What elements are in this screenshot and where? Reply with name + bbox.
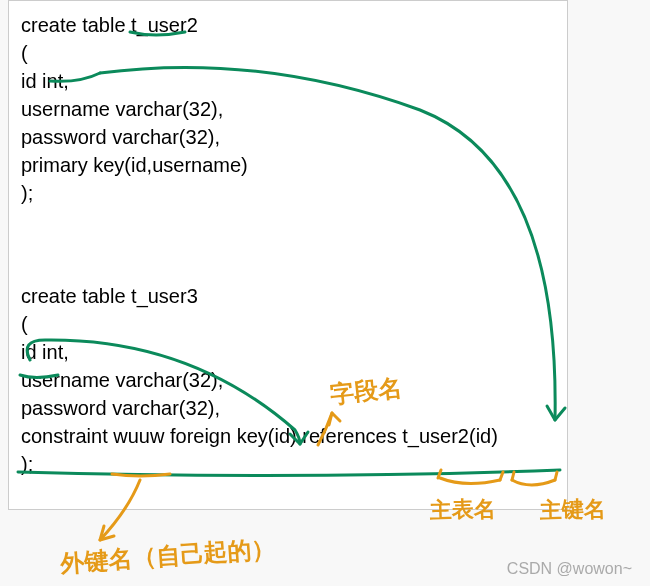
annotation-main-table-name: 主表名 (429, 494, 496, 526)
code-line: password varchar(32), (21, 123, 555, 151)
code-line: create table t_user3 (21, 282, 555, 310)
code-line: username varchar(32), (21, 95, 555, 123)
code-line: ( (21, 39, 555, 67)
code-line: password varchar(32), (21, 394, 555, 422)
code-container: create table t_user2 ( id int, username … (8, 0, 568, 510)
code-line: create table t_user2 (21, 11, 555, 39)
code-line: id int, (21, 338, 555, 366)
code-line: id int, (21, 67, 555, 95)
code-line: ( (21, 310, 555, 338)
code-line: ); (21, 179, 555, 207)
watermark: CSDN @wowon~ (507, 560, 632, 578)
code-line: ); (21, 450, 555, 478)
code-line: constraint wuuw foreign key(id) referenc… (21, 422, 555, 450)
code-line: username varchar(32), (21, 366, 555, 394)
annotation-foreign-key-name: 外键名（自己起的） (59, 533, 277, 580)
annotation-main-key-name: 主键名 (539, 494, 606, 526)
code-line: primary key(id,username) (21, 151, 555, 179)
